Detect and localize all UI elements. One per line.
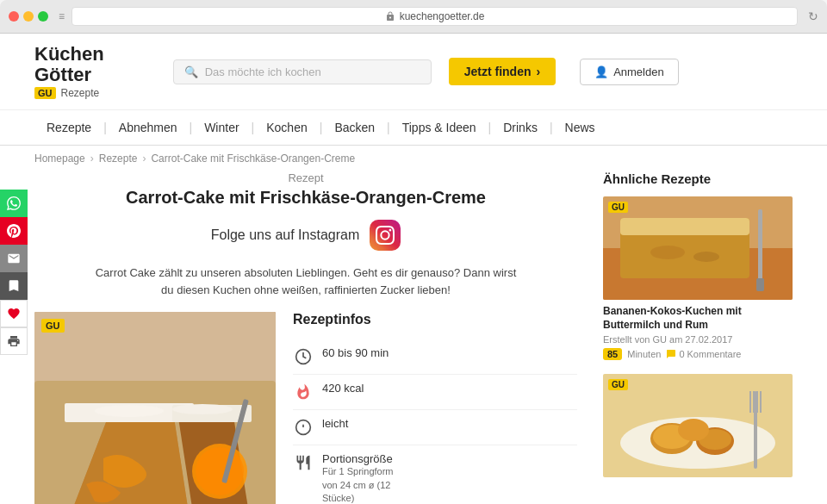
portion-title: Portionsgröße: [322, 452, 394, 465]
similar-card-1: GU Bananen-Kokos-Kuchen mit Buttermilch …: [603, 196, 793, 359]
nav-item-rezepte[interactable]: Rezepte: [34, 110, 103, 145]
similar-card-1-stats: 85 Minuten 0 Kommentare: [603, 348, 793, 360]
breadcrumb-rezepte[interactable]: Rezepte: [99, 152, 138, 165]
dot-minimize[interactable]: [23, 11, 34, 22]
nav-item-abnehmen[interactable]: Abnehmen: [107, 110, 190, 145]
user-icon: 👤: [594, 65, 608, 78]
refresh-btn[interactable]: ↻: [808, 9, 818, 23]
dot-maximize[interactable]: [38, 11, 48, 22]
login-button[interactable]: 👤 Anmelden: [580, 59, 679, 85]
similar-title: Ähnliche Rezepte: [603, 171, 793, 186]
recipe-infos-title: Rezeptinfos: [293, 312, 577, 327]
portion-info: Portionsgröße Für 1 Springformvon 24 cm …: [322, 452, 394, 504]
social-whatsapp-btn[interactable]: [0, 190, 28, 217]
similar-image-1[interactable]: GU: [603, 196, 793, 300]
svg-point-21: [693, 252, 719, 262]
similar-card-1-minutes: 85: [603, 348, 622, 360]
similar-card-1-comments: 0 Kommentare: [666, 349, 741, 359]
logo-gu-row: GU Rezepte: [34, 87, 104, 99]
gu-badge-image: GU: [41, 319, 65, 333]
content-left: Rezept Carrot-Cake mit Frischkäse-Orange…: [34, 171, 577, 504]
portion-detail: Für 1 Springformvon 24 cm ø (12Stücke): [322, 465, 394, 504]
gu-badge-card-2: GU: [608, 379, 628, 390]
logo-block[interactable]: Küchen Götter GU Rezepte: [34, 44, 104, 99]
social-print-btn[interactable]: [0, 327, 28, 355]
dot-close[interactable]: [9, 11, 19, 22]
breadcrumb-sep-2: ›: [142, 152, 146, 165]
cake-svg: [34, 312, 276, 504]
breadcrumb: Homepage › Rezepte › Carrot-Cake mit Fri…: [0, 146, 827, 171]
difficulty-text: leicht: [322, 417, 348, 430]
difficulty-icon: [293, 417, 314, 438]
similar-card-2: GU: [603, 374, 793, 477]
social-sidebar: [0, 190, 28, 355]
find-button[interactable]: Jetzt finden ›: [449, 58, 556, 85]
similar-img-svg-1: [603, 196, 793, 300]
recipe-label: Rezept: [34, 171, 577, 184]
svg-point-10: [95, 405, 164, 417]
calories-text: 420 kcal: [322, 382, 364, 395]
recipe-image: [34, 312, 276, 504]
svg-point-20: [650, 246, 685, 259]
page-wrapper: Küchen Götter GU Rezepte 🔍 Das möchte ic…: [0, 34, 827, 504]
nav-item-backen[interactable]: Backen: [322, 110, 387, 145]
similar-img-svg-2: [603, 374, 793, 477]
social-pinterest-btn[interactable]: [0, 217, 28, 245]
search-icon: 🔍: [184, 65, 198, 78]
breadcrumb-home[interactable]: Homepage: [34, 152, 85, 165]
browser-menu-icon: ≡: [59, 10, 65, 22]
recipe-image-block: GU @www.thecookingpost.de: [34, 312, 276, 504]
social-heart-btn[interactable]: [0, 300, 28, 327]
browser-url-bar[interactable]: kuechengoetter.de: [72, 7, 798, 26]
instagram-icon[interactable]: [370, 220, 401, 251]
clock-icon: [293, 346, 314, 367]
social-bookmark-btn[interactable]: [0, 272, 28, 300]
recipe-title: Carrot-Cake mit Frischkäse-Orangen-Creme: [34, 188, 577, 208]
recipe-description: Carrot Cake zählt zu unseren absoluten L…: [90, 264, 521, 298]
similar-card-1-minutes-label: Minuten: [627, 349, 661, 359]
site-nav: Rezepte | Abnehmen | Winter | Kochen | B…: [0, 110, 827, 146]
social-email-btn[interactable]: [0, 245, 28, 272]
nav-item-drinks[interactable]: Drinks: [491, 110, 550, 145]
url-text: kuechengoetter.de: [400, 10, 485, 22]
similar-card-1-name[interactable]: Bananen-Kokos-Kuchen mit Buttermilch und…: [603, 305, 793, 332]
nav-item-kochen[interactable]: Kochen: [254, 110, 319, 145]
logo-subtitle: Rezepte: [61, 87, 100, 99]
info-row-time: 60 bis 90 min: [293, 339, 577, 375]
nav-list: Rezepte | Abnehmen | Winter | Kochen | B…: [34, 110, 793, 145]
gu-badge-card-1: GU: [608, 202, 628, 213]
recipe-infos: Rezeptinfos 60 bis 90 min 420 kcal: [293, 312, 577, 504]
svg-rect-17: [620, 218, 749, 235]
similar-card-1-meta: Erstellt von GU am 27.02.2017: [603, 334, 793, 345]
flame-icon: [293, 382, 314, 402]
search-placeholder[interactable]: Das möchte ich kochen: [205, 65, 321, 78]
breadcrumb-sep-1: ›: [90, 152, 94, 165]
site-header: Küchen Götter GU Rezepte 🔍 Das möchte ic…: [0, 34, 827, 110]
info-row-calories: 420 kcal: [293, 375, 577, 410]
svg-rect-19: [756, 278, 764, 291]
browser-dots: [9, 11, 48, 22]
recipe-body: GU @www.thecookingpost.de Rezeptinfos 60…: [34, 312, 577, 504]
main-content: Rezept Carrot-Cake mit Frischkäse-Orange…: [0, 171, 827, 504]
gu-badge: GU: [34, 87, 56, 99]
svg-point-11: [172, 404, 233, 414]
content-right: Ähnliche Rezepte: [603, 171, 793, 504]
browser-chrome: ≡ kuechengoetter.de ↻: [0, 0, 827, 34]
info-row-difficulty: leicht: [293, 410, 577, 445]
instagram-row: Folge uns auf Instagram: [34, 220, 577, 251]
similar-image-2[interactable]: GU: [603, 374, 793, 477]
nav-item-winter[interactable]: Winter: [192, 110, 251, 145]
logo-name: Küchen Götter: [34, 44, 104, 85]
nav-item-news[interactable]: News: [553, 110, 607, 145]
svg-point-28: [678, 419, 709, 441]
cake-visual-bg: [34, 312, 276, 504]
nav-item-tipps[interactable]: Tipps & Ideen: [390, 110, 488, 145]
instagram-text: Folge uns auf Instagram: [211, 227, 360, 243]
svg-point-8: [196, 447, 244, 495]
search-bar[interactable]: 🔍 Das möchte ich kochen: [173, 59, 432, 84]
portion-icon: [293, 452, 314, 473]
info-row-portion: Portionsgröße Für 1 Springformvon 24 cm …: [293, 445, 577, 504]
lock-icon: [385, 11, 395, 22]
time-text: 60 bis 90 min: [322, 346, 389, 359]
svg-rect-18: [758, 209, 762, 283]
